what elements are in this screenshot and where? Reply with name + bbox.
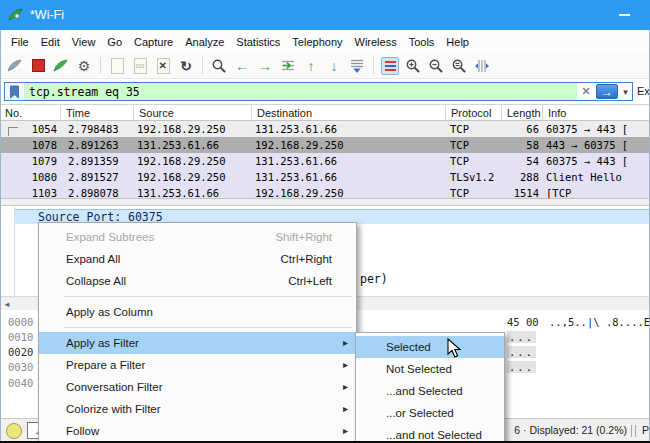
packet-row-1078-selected[interactable]: 1078 2.891263 131.253.61.66 192.168.29.2… (0, 137, 650, 153)
menu-file[interactable]: File (5, 33, 35, 51)
menu-statistics[interactable]: Statistics (230, 33, 286, 51)
menu-item-collapse-all[interactable]: Collapse All Ctrl+Left (39, 270, 356, 292)
red-line-icon (385, 61, 396, 63)
menu-item-apply-as-filter[interactable]: Apply as Filter ▸ (39, 332, 356, 354)
menu-item-apply-as-column[interactable]: Apply as Column (39, 301, 356, 323)
binary-file-icon: 010 (134, 58, 147, 74)
cell-source: 192.168.29.250 (134, 121, 252, 137)
cell-length: 1514 (502, 185, 543, 198)
cell-destination: 192.168.29.250 (252, 137, 446, 153)
menu-capture[interactable]: Capture (128, 33, 179, 51)
toolbar-separator (202, 57, 203, 74)
cell-length: 66 (502, 121, 543, 137)
toolbar-separator (100, 57, 101, 74)
toolbar-separator (373, 57, 374, 74)
cell-source: 192.168.29.250 (134, 153, 252, 169)
go-back-button[interactable]: ← (233, 57, 251, 75)
filter-apply-button[interactable]: → (596, 84, 618, 99)
hex-ascii-fragment: ... (507, 361, 536, 373)
submenu-item-or-selected[interactable]: ...or Selected (356, 402, 504, 424)
red-line-icon (385, 69, 396, 71)
go-to-bottom-button[interactable] (348, 57, 366, 75)
close-file-icon: ✕ (157, 58, 170, 74)
filter-dropdown-caret[interactable]: ▾ (619, 83, 632, 100)
expression-button-fragment[interactable]: Ex (637, 85, 649, 97)
column-header-time[interactable]: Time (61, 105, 134, 120)
cell-time: 2.891527 (61, 169, 134, 185)
submenu-item-selected[interactable]: Selected (356, 336, 504, 358)
hex-offset: 0010 (8, 331, 33, 343)
find-packet-button[interactable] (210, 57, 228, 75)
menu-help[interactable]: Help (440, 33, 475, 51)
column-header-protocol[interactable]: Protocol (446, 105, 502, 120)
packet-row-1079[interactable]: 1079 2.891359 192.168.29.250 131.253.61.… (0, 153, 650, 169)
menu-item-expand-all[interactable]: Expand All Ctrl+Right (39, 248, 356, 270)
close-file-button[interactable]: ✕ (154, 57, 172, 75)
menu-item-follow[interactable]: Follow ▸ (39, 420, 356, 442)
magnifier-icon (211, 58, 227, 74)
stop-capture-button[interactable] (29, 57, 47, 75)
cell-protocol: TCP (446, 153, 502, 169)
apply-as-filter-submenu: Selected Not Selected ...and Selected ..… (355, 332, 505, 443)
cell-no: 1078 (0, 137, 61, 153)
submenu-item-not-selected[interactable]: Not Selected (356, 358, 504, 380)
packet-row-1080[interactable]: 1080 2.891527 192.168.29.250 131.253.61.… (0, 169, 650, 185)
menu-tools[interactable]: Tools (403, 33, 441, 51)
menu-wireless[interactable]: Wireless (349, 33, 403, 51)
bookmark-icon (9, 85, 20, 99)
zoom-reset-button[interactable] (450, 57, 468, 75)
capture-options-button[interactable]: ⚙ (75, 57, 93, 75)
save-file-button[interactable]: 010 (131, 57, 149, 75)
go-up-button[interactable]: ↑ (302, 57, 320, 75)
restart-capture-button[interactable] (52, 57, 70, 75)
expert-info-icon[interactable] (6, 423, 22, 439)
filter-clear-button[interactable]: ✕ (577, 83, 595, 100)
filter-bookmark-button[interactable] (5, 83, 25, 100)
submenu-arrow-icon: ▸ (343, 381, 348, 392)
filter-input-wrap (25, 83, 577, 100)
main-toolbar: ⚙ 010 ✕ ↻ ← → ↑ ↓ (0, 53, 650, 79)
column-header-destination[interactable]: Destination (252, 105, 446, 120)
reload-icon: ↻ (180, 59, 192, 73)
menu-item-prepare-a-filter[interactable]: Prepare a Filter ▸ (39, 354, 356, 376)
go-forward-button[interactable]: → (256, 57, 274, 75)
column-header-length[interactable]: Length (502, 105, 543, 120)
menu-item-colorize-with-filter[interactable]: Colorize with Filter ▸ (39, 398, 356, 420)
wireshark-window: *Wi-Fi File Edit View Go Capture Analyze… (0, 0, 650, 443)
resize-columns-button[interactable] (473, 57, 491, 75)
zoom-out-button[interactable] (427, 57, 445, 75)
start-capture-button[interactable] (6, 57, 24, 75)
zoom-in-button[interactable] (404, 57, 422, 75)
open-file-button[interactable] (108, 57, 126, 75)
reload-file-button[interactable]: ↻ (177, 57, 195, 75)
menu-telephony[interactable]: Telephony (286, 33, 348, 51)
scroll-left-arrow[interactable]: ◂ (0, 298, 14, 310)
cell-time: 2.891359 (61, 153, 134, 169)
menu-view[interactable]: View (66, 33, 102, 51)
menu-go[interactable]: Go (101, 33, 128, 51)
display-filter-input[interactable] (25, 85, 577, 99)
column-header-no[interactable]: No. (0, 105, 61, 120)
column-header-info[interactable]: Info (543, 105, 650, 120)
submenu-arrow-icon: ▸ (343, 337, 348, 348)
pane-splitter[interactable] (0, 198, 650, 206)
go-to-packet-icon (280, 58, 296, 74)
title-bar[interactable]: *Wi-Fi (0, 0, 650, 30)
display-filter-field[interactable]: ✕ → ▾ (4, 82, 633, 101)
column-header-source[interactable]: Source (134, 105, 252, 120)
packet-row-1054[interactable]: 1054 2.798483 192.168.29.250 131.253.61.… (0, 121, 650, 137)
submenu-item-and-selected[interactable]: ...and Selected (356, 380, 504, 402)
wireshark-fin-icon (8, 7, 24, 23)
colorize-packets-button[interactable] (381, 57, 399, 75)
menu-edit[interactable]: Edit (35, 33, 66, 51)
packet-row-1103[interactable]: 1103 2.898078 131.253.61.66 192.168.29.2… (0, 185, 650, 198)
status-profile-fragment: P (642, 424, 649, 436)
menu-analyze[interactable]: Analyze (179, 33, 230, 51)
go-down-button[interactable]: ↓ (325, 57, 343, 75)
mouse-cursor (447, 338, 462, 359)
go-to-packet-button[interactable] (279, 57, 297, 75)
submenu-arrow-icon: ▸ (343, 359, 348, 370)
minimize-button[interactable] (619, 14, 630, 16)
menu-item-conversation-filter[interactable]: Conversation Filter ▸ (39, 376, 356, 398)
cell-destination: 192.168.29.250 (252, 185, 446, 198)
